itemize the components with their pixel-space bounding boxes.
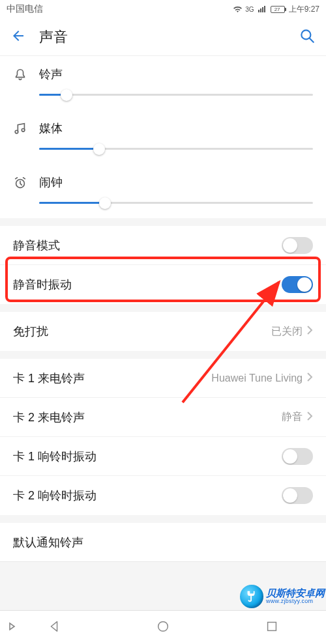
silent-mode-toggle[interactable] bbox=[282, 237, 313, 254]
network-type: 3G bbox=[245, 6, 254, 13]
watermark-url: www.zjbstyy.com bbox=[266, 598, 325, 604]
watermark: 贝斯特安卓网 www.zjbstyy.com bbox=[240, 585, 325, 608]
svg-rect-6 bbox=[267, 622, 276, 630]
notification-section: 默认通知铃声 bbox=[0, 523, 326, 562]
vibrate-on-silent-row[interactable]: 静音时振动 bbox=[0, 265, 326, 304]
dnd-label: 免打扰 bbox=[13, 324, 271, 339]
battery-icon: 27 bbox=[271, 6, 285, 13]
silent-section: 静音模式 静音时振动 bbox=[0, 226, 326, 304]
silent-mode-row[interactable]: 静音模式 bbox=[0, 226, 326, 265]
dnd-row[interactable]: 免打扰 已关闭 bbox=[0, 312, 326, 351]
svg-point-3 bbox=[22, 129, 25, 132]
sim1-ringtone-row[interactable]: 卡 1 来电铃声 Huawei Tune Living bbox=[0, 359, 326, 398]
wifi-icon bbox=[233, 5, 243, 13]
time-label: 上午9:27 bbox=[289, 4, 319, 15]
ringtone-label: 铃声 bbox=[39, 66, 313, 82]
default-notification-row[interactable]: 默认通知铃声 bbox=[0, 523, 326, 562]
nav-home-button[interactable] bbox=[156, 619, 170, 636]
default-notification-label: 默认通知铃声 bbox=[13, 535, 313, 550]
sim1-ringtone-label: 卡 1 来电铃声 bbox=[13, 371, 211, 386]
alarm-volume-row: 闹钟 bbox=[0, 164, 326, 218]
sim2-ringtone-label: 卡 2 来电铃声 bbox=[13, 410, 282, 425]
vibrate-label: 静音时振动 bbox=[13, 277, 282, 292]
ringtone-section: 卡 1 来电铃声 Huawei Tune Living 卡 2 来电铃声 静音 … bbox=[0, 359, 326, 515]
page-title: 声音 bbox=[39, 27, 299, 47]
svg-point-2 bbox=[15, 130, 18, 133]
status-bar: 中国电信 3G 27 上午9:27 bbox=[0, 0, 326, 18]
volume-sliders-section: 铃声 媒体 闹钟 bbox=[0, 56, 326, 218]
chevron-right-icon bbox=[306, 411, 313, 424]
media-slider[interactable] bbox=[39, 148, 313, 150]
bell-icon bbox=[13, 68, 27, 85]
svg-point-5 bbox=[158, 621, 168, 631]
sim1-ringtone-value: Huawei Tune Living bbox=[211, 372, 303, 384]
chevron-right-icon bbox=[306, 372, 313, 385]
dnd-value: 已关闭 bbox=[271, 325, 303, 339]
status-indicators: 3G 27 上午9:27 bbox=[233, 4, 319, 15]
sim2-ringtone-row[interactable]: 卡 2 来电铃声 静音 bbox=[0, 398, 326, 437]
nav-recent-button[interactable] bbox=[265, 619, 279, 636]
chevron-right-icon bbox=[306, 325, 313, 338]
alarm-clock-icon bbox=[13, 176, 27, 193]
search-button[interactable] bbox=[299, 27, 316, 47]
back-button[interactable] bbox=[10, 28, 26, 46]
alarm-label: 闹钟 bbox=[39, 175, 313, 190]
ringtone-volume-row: 铃声 bbox=[0, 56, 326, 110]
android-nav-bar bbox=[0, 610, 326, 644]
silent-mode-label: 静音模式 bbox=[13, 238, 282, 253]
ringtone-slider[interactable] bbox=[39, 94, 313, 96]
alarm-slider[interactable] bbox=[39, 202, 313, 204]
sim2-vibrate-row[interactable]: 卡 2 响铃时振动 bbox=[0, 476, 326, 515]
sim2-ringtone-value: 静音 bbox=[282, 410, 303, 424]
media-volume-row: 媒体 bbox=[0, 110, 326, 164]
page-header: 声音 bbox=[0, 18, 326, 56]
vibrate-on-silent-toggle[interactable] bbox=[282, 276, 313, 293]
watermark-logo-icon bbox=[240, 585, 263, 608]
nav-back-button[interactable] bbox=[47, 619, 61, 636]
dnd-section: 免打扰 已关闭 bbox=[0, 312, 326, 351]
signal-icon bbox=[258, 6, 265, 12]
sim2-vibrate-toggle[interactable] bbox=[282, 487, 313, 504]
sim1-vibrate-row[interactable]: 卡 1 响铃时振动 bbox=[0, 437, 326, 476]
music-note-icon bbox=[13, 122, 27, 139]
watermark-title: 贝斯特安卓网 bbox=[266, 588, 325, 598]
nav-caret-icon[interactable] bbox=[8, 622, 16, 634]
sim1-vibrate-label: 卡 1 响铃时振动 bbox=[13, 449, 282, 464]
carrier-label: 中国电信 bbox=[7, 3, 43, 15]
svg-line-1 bbox=[310, 38, 314, 42]
sim2-vibrate-label: 卡 2 响铃时振动 bbox=[13, 488, 282, 503]
sim1-vibrate-toggle[interactable] bbox=[282, 448, 313, 465]
media-label: 媒体 bbox=[39, 120, 313, 136]
